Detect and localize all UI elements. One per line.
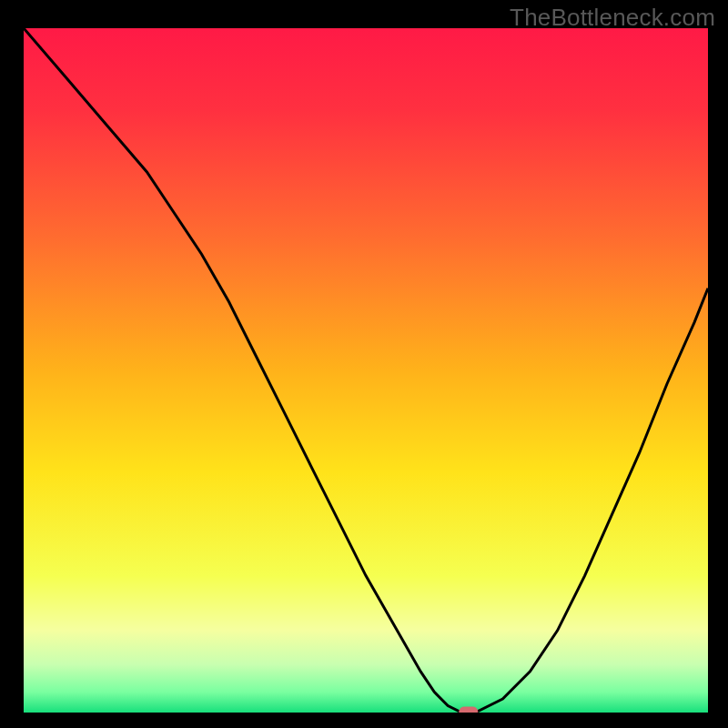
optimum-marker [460,707,478,713]
bottleneck-chart [24,28,708,713]
chart-frame: TheBottleneck.com [0,0,728,728]
watermark-text: TheBottleneck.com [510,4,715,32]
plot-background [24,28,708,713]
